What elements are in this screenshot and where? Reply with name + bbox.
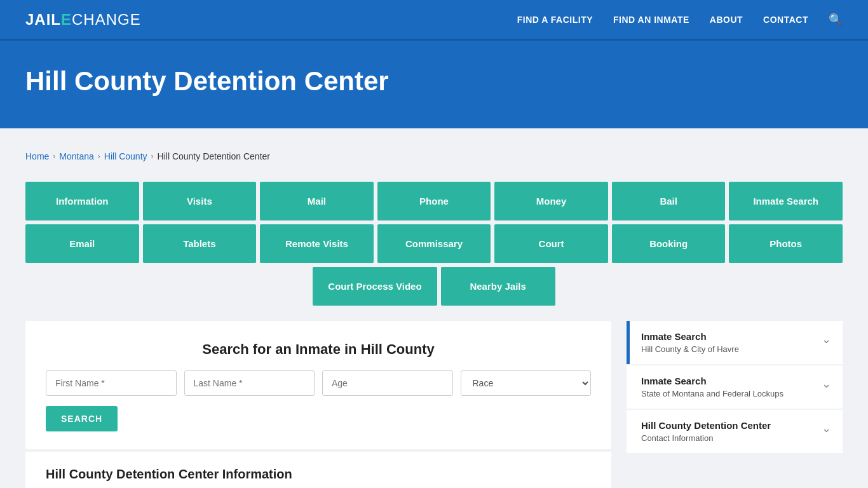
nav-about[interactable]: ABOUT xyxy=(710,15,743,25)
logo-x-text: E xyxy=(61,11,72,29)
logo[interactable]: JAILECHANGE xyxy=(25,11,141,29)
nav-grid-row2: Email Tablets Remote Visits Commissary C… xyxy=(25,224,843,263)
btn-phone[interactable]: Phone xyxy=(377,182,491,220)
chevron-down-icon-2: ⌄ xyxy=(822,377,831,391)
btn-tablets[interactable]: Tablets xyxy=(143,224,257,263)
btn-remote-visits[interactable]: Remote Visits xyxy=(260,224,374,263)
sidebar-item-2[interactable]: Inmate Search State of Montana and Feder… xyxy=(627,365,843,409)
btn-court[interactable]: Court xyxy=(494,224,608,263)
btn-money[interactable]: Money xyxy=(494,182,608,220)
search-title: Search for an Inmate in Hill County xyxy=(46,341,591,358)
sidebar-item-1[interactable]: Inmate Search Hill County & City of Havr… xyxy=(627,321,843,364)
breadcrumb-montana[interactable]: Montana xyxy=(59,151,93,161)
nav-find-inmate[interactable]: FIND AN INMATE xyxy=(613,15,689,25)
search-icon[interactable]: 🔍 xyxy=(829,13,843,27)
breadcrumb-sep-1: › xyxy=(53,152,55,161)
breadcrumb: Home › Montana › Hill County › Hill Coun… xyxy=(25,141,843,172)
search-box: Search for an Inmate in Hill County Race… xyxy=(25,321,611,449)
bottom-info-title: Hill County Detention Center Information xyxy=(46,467,591,482)
search-button[interactable]: SEARCH xyxy=(46,406,118,431)
btn-information[interactable]: Information xyxy=(25,182,139,220)
sidebar-item-1-sub: Hill County & City of Havre xyxy=(641,344,815,354)
first-name-input[interactable] xyxy=(46,370,177,396)
breadcrumb-sep-2: › xyxy=(98,152,100,161)
race-select[interactable]: Race xyxy=(461,370,592,396)
logo-exchange-text: CHANGE xyxy=(72,11,141,29)
sidebar-item-3[interactable]: Hill County Detention Center Contact Inf… xyxy=(627,410,843,453)
btn-booking[interactable]: Booking xyxy=(612,224,726,263)
btn-bail[interactable]: Bail xyxy=(612,182,726,220)
btn-commissary[interactable]: Commissary xyxy=(377,224,491,263)
btn-photos[interactable]: Photos xyxy=(729,224,843,263)
hero-section: Hill County Detention Center xyxy=(0,41,868,128)
breadcrumb-home[interactable]: Home xyxy=(25,151,49,161)
btn-inmate-search[interactable]: Inmate Search xyxy=(729,182,843,220)
btn-visits[interactable]: Visits xyxy=(143,182,257,220)
sidebar-item-3-title: Hill County Detention Center xyxy=(641,420,815,431)
sidebar-item-2-sub: State of Montana and Federal Lockups xyxy=(641,389,815,398)
btn-email[interactable]: Email xyxy=(25,224,139,263)
bottom-info: Hill County Detention Center Information xyxy=(25,449,611,488)
sidebar-item-3-sub: Contact Information xyxy=(641,433,815,443)
chevron-down-icon-1: ⌄ xyxy=(822,332,831,346)
navbar-nav: FIND A FACILITY FIND AN INMATE ABOUT CON… xyxy=(517,13,843,27)
btn-court-process-video[interactable]: Court Process Video xyxy=(313,267,437,306)
btn-nearby-jails[interactable]: Nearby Jails xyxy=(441,267,555,306)
breadcrumb-hill-county[interactable]: Hill County xyxy=(104,151,147,161)
logo-jail-text: JAIL xyxy=(25,11,61,29)
nav-grid-row3: Court Process Video Nearby Jails xyxy=(25,267,843,306)
sidebar: Inmate Search Hill County & City of Havr… xyxy=(627,321,843,453)
nav-find-facility[interactable]: FIND A FACILITY xyxy=(517,15,593,25)
content-area: Search for an Inmate in Hill County Race… xyxy=(25,321,843,488)
main-container: Home › Montana › Hill County › Hill Coun… xyxy=(0,128,868,488)
page-title: Hill County Detention Center xyxy=(25,66,843,97)
breadcrumb-sep-3: › xyxy=(151,152,154,161)
age-input[interactable] xyxy=(322,370,453,396)
sidebar-item-2-title: Inmate Search xyxy=(641,376,815,386)
left-column: Search for an Inmate in Hill County Race… xyxy=(25,321,611,488)
btn-mail[interactable]: Mail xyxy=(260,182,374,220)
sidebar-item-3-text: Hill County Detention Center Contact Inf… xyxy=(641,420,815,443)
search-fields: Race xyxy=(46,370,591,396)
nav-grid-row1: Information Visits Mail Phone Money Bail… xyxy=(25,182,843,220)
last-name-input[interactable] xyxy=(184,370,315,396)
sidebar-item-1-title: Inmate Search xyxy=(641,331,815,342)
navbar: JAILECHANGE FIND A FACILITY FIND AN INMA… xyxy=(0,0,868,41)
chevron-down-icon-3: ⌄ xyxy=(822,421,831,435)
sidebar-item-1-text: Inmate Search Hill County & City of Havr… xyxy=(641,331,815,354)
sidebar-item-2-text: Inmate Search State of Montana and Feder… xyxy=(641,376,815,398)
nav-contact[interactable]: CONTACT xyxy=(763,15,808,25)
breadcrumb-current: Hill County Detention Center xyxy=(158,151,270,161)
